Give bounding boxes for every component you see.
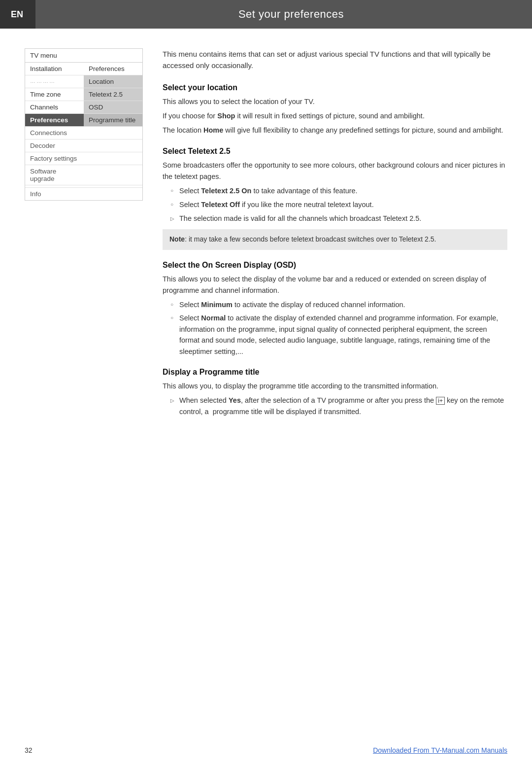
tv-menu-title: TV menu bbox=[25, 49, 142, 63]
menu-row-software-upgrade[interactable]: Software upgrade bbox=[25, 165, 142, 185]
menu-left-channels: Channels bbox=[25, 101, 84, 113]
page-number: 32 bbox=[25, 746, 33, 754]
teletext-para-1: Some broadcasters offer the opportunity … bbox=[163, 160, 507, 182]
location-para-3: The location Home will give full flexibi… bbox=[163, 125, 507, 136]
section-programme-title-body: This allows you, to display the programm… bbox=[163, 381, 507, 417]
section-osd: Select the On Screen Display (OSD) This … bbox=[163, 261, 507, 357]
menu-right-location: Location bbox=[84, 75, 142, 88]
menu-left-dots: ………… bbox=[25, 75, 84, 88]
teletext-bullet-2: Select Teletext Off if you like the more… bbox=[170, 199, 507, 210]
footer-link[interactable]: Downloaded From TV-Manual.com Manuals bbox=[373, 746, 507, 754]
section-programme-title: Display a Programme title This allows yo… bbox=[163, 368, 507, 417]
menu-right-programme-title: Programme title bbox=[84, 114, 142, 126]
menu-row-installation[interactable]: Installation Preferences bbox=[25, 63, 142, 75]
menu-info[interactable]: Info bbox=[25, 187, 142, 200]
osd-bullet-1: Select Minimum to activate the display o… bbox=[170, 299, 507, 310]
menu-right-osd: OSD bbox=[84, 101, 142, 113]
section-teletext: Select Teletext 2.5 Some broadcasters of… bbox=[163, 147, 507, 249]
menu-right-software-empty bbox=[84, 165, 142, 185]
teletext-sub-bullet-list: The selection made is valid for all the … bbox=[170, 213, 507, 224]
menu-row-preferences[interactable]: Preferences Programme title bbox=[25, 114, 142, 127]
menu-right-preferences: Preferences bbox=[84, 63, 142, 75]
menu-right-connections-empty bbox=[84, 127, 142, 139]
page-title: Set your preferences bbox=[35, 8, 532, 21]
menu-right-factory-empty bbox=[84, 152, 142, 165]
menu-left-preferences: Preferences bbox=[25, 114, 84, 126]
programme-title-para-1: This allows you, to display the programm… bbox=[163, 381, 507, 392]
menu-left-installation: Installation bbox=[25, 63, 84, 75]
menu-right-teletext: Teletext 2.5 bbox=[84, 88, 142, 101]
section-location: Select your location This allows you to … bbox=[163, 83, 507, 137]
menu-left-decoder: Decoder bbox=[25, 140, 84, 152]
section-osd-title: Select the On Screen Display (OSD) bbox=[163, 261, 507, 270]
section-location-body: This allows you to select the location o… bbox=[163, 96, 507, 137]
section-teletext-body: Some broadcasters offer the opportunity … bbox=[163, 160, 507, 249]
teletext-note: Note: it may take a few seconds before t… bbox=[163, 229, 507, 250]
section-location-title: Select your location bbox=[163, 83, 507, 92]
teletext-bullet-list: Select Teletext 2.5 On to take advantage… bbox=[170, 185, 507, 210]
page-footer: 32 Downloaded From TV-Manual.com Manuals bbox=[0, 746, 532, 754]
programme-title-sub-bullets: When selected Yes, after the selection o… bbox=[170, 395, 507, 417]
section-teletext-title: Select Teletext 2.5 bbox=[163, 147, 507, 156]
content-panel: This menu contains items that can set or… bbox=[163, 48, 507, 428]
osd-bullet-list: Select Minimum to activate the display o… bbox=[170, 299, 507, 357]
teletext-bullet-1: Select Teletext 2.5 On to take advantage… bbox=[170, 185, 507, 196]
menu-left-connections: Connections bbox=[25, 127, 84, 139]
location-para-2: If you choose for Shop it will result in… bbox=[163, 110, 507, 122]
menu-row-timezone[interactable]: Time zone Teletext 2.5 bbox=[25, 88, 142, 101]
menu-left-factory-settings: Factory settings bbox=[25, 152, 84, 165]
menu-row-connections[interactable]: Connections bbox=[25, 127, 142, 140]
main-content: TV menu Installation Preferences ………… Lo… bbox=[0, 29, 532, 428]
osd-para-1: This allows you to select the display of… bbox=[163, 274, 507, 296]
programme-title-sub-bullet-1: When selected Yes, after the selection o… bbox=[170, 395, 507, 417]
menu-row-channels[interactable]: Channels OSD bbox=[25, 101, 142, 114]
tv-menu-panel: TV menu Installation Preferences ………… Lo… bbox=[25, 48, 143, 428]
menu-right-decoder-empty bbox=[84, 140, 142, 152]
location-para-1: This allows you to select the location o… bbox=[163, 96, 507, 107]
intro-text: This menu contains items that can set or… bbox=[163, 48, 507, 71]
osd-bullet-2: Select Normal to activate the display of… bbox=[170, 313, 507, 357]
menu-row-decoder[interactable]: Decoder bbox=[25, 140, 142, 152]
page-header: EN Set your preferences bbox=[0, 0, 532, 29]
language-badge: EN bbox=[0, 0, 35, 29]
menu-row-dots[interactable]: ………… Location bbox=[25, 75, 142, 88]
section-programme-title-title: Display a Programme title bbox=[163, 368, 507, 377]
section-osd-body: This allows you to select the display of… bbox=[163, 274, 507, 357]
teletext-sub-bullet-1: The selection made is valid for all the … bbox=[170, 213, 507, 224]
menu-row-factory-settings[interactable]: Factory settings bbox=[25, 152, 142, 165]
menu-left-timezone: Time zone bbox=[25, 88, 84, 101]
menu-left-software-upgrade: Software upgrade bbox=[25, 165, 84, 185]
tv-menu-box: TV menu Installation Preferences ………… Lo… bbox=[25, 48, 143, 201]
